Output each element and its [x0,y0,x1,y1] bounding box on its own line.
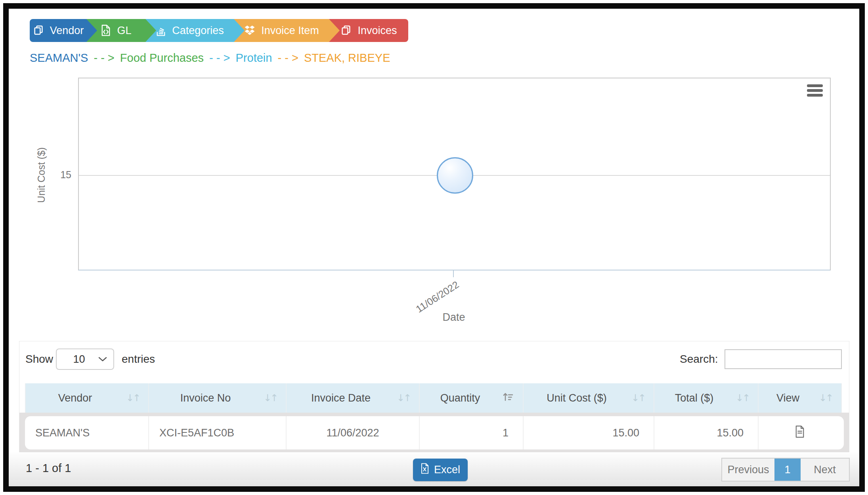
sort-asc-active-icon [502,392,523,404]
dropbox-icon [244,25,256,36]
y-tick-label: 15 [51,169,71,181]
cell-vendor: SEAMAN'S [25,416,149,449]
entries-select[interactable]: 10 [56,348,114,370]
excel-export-button[interactable]: Excel [413,459,468,481]
table-header-row: Vendor ↓↑ Invoice No ↓↑ Invoice Date ↓↑ … [25,383,842,413]
cell-invoice-no: XCI-E5AF1C0B [149,416,287,449]
column-header-invoice-no[interactable]: Invoice No ↓↑ [149,383,287,413]
column-title: Invoice Date [287,392,395,404]
data-point-bubble[interactable] [437,157,473,194]
pagination-info: 1 - 1 of 1 [26,462,71,475]
cell-view [759,416,841,449]
chevron-down-icon [98,356,107,362]
tab-arrow [234,19,245,42]
entries-select-value: 10 [57,353,98,366]
y-axis-title: Unit Cost ($) [36,147,47,203]
breadcrumb-gl[interactable]: Food Purchases [120,51,204,64]
tab-label: Categories [172,25,224,37]
table-footer: 1 - 1 of 1 Excel Previous 1 Next [9,452,859,486]
cell-invoice-date: 11/06/2022 [287,416,420,449]
tab-categories[interactable]: Categories [145,19,234,42]
bubble-chart [78,78,831,270]
sort-both-icon: ↓↑ [264,392,286,404]
tab-arrow [86,19,97,42]
clone-icon [33,25,44,36]
breadcrumb: SEAMAN'S - - > Food Purchases - - > Prot… [30,51,393,65]
pagination-page-1-button[interactable]: 1 [774,459,801,481]
breadcrumb-vendor[interactable]: SEAMAN'S [30,51,88,64]
sort-both-icon: ↓↑ [397,392,419,404]
tab-label: Invoices [358,25,397,37]
tab-invoices[interactable]: Invoices [329,19,408,42]
sort-both-icon: ↓↑ [819,392,841,404]
breadcrumb-separator: - - > [209,51,230,64]
tab-invoice-item[interactable]: Invoice Item [234,19,329,42]
breadcrumb-separator: - - > [94,51,114,64]
chart-menu-hamburger-icon[interactable] [807,82,823,99]
cell-unit-cost: 15.00 [524,416,654,449]
breadcrumb-separator: - - > [277,51,298,64]
show-label: Show [25,353,53,366]
column-header-unit-cost[interactable]: Unit Cost ($) ↓↑ [524,383,654,413]
file-excel-icon [421,463,429,477]
column-title: Total ($) [654,392,734,404]
cell-total: 15.00 [654,416,759,449]
table-row: SEAMAN'S XCI-E5AF1C0B 11/06/2022 1 15.00… [25,416,844,449]
x-tick-mark [453,270,454,277]
column-header-quantity[interactable]: Quantity [420,383,524,413]
breadcrumb-category[interactable]: Protein [236,51,272,64]
column-header-total[interactable]: Total ($) ↓↑ [654,383,759,413]
tab-arrow [145,19,156,42]
column-title: Invoice No [149,392,262,404]
sort-both-icon: ↓↑ [631,392,654,404]
entries-label: entries [122,353,155,366]
column-header-invoice-date[interactable]: Invoice Date ↓↑ [287,383,420,413]
tab-vendor[interactable]: Vendor [30,19,86,42]
search-label: Search: [680,353,718,366]
column-title: Vendor [26,392,124,404]
tab-label: Vendor [50,25,84,37]
breadcrumb-item[interactable]: STEAK, RIBEYE [304,51,390,64]
datatable-card: Show 10 entries Search: Vendor ↓↑ Invoic… [19,341,849,452]
excel-button-label: Excel [434,464,460,476]
pagination-previous-button[interactable]: Previous [722,459,774,481]
search-input[interactable] [725,349,842,369]
column-title: Unit Cost ($) [524,392,630,404]
sort-both-icon: ↓↑ [736,392,758,404]
stack-icon [155,25,166,36]
column-title: View [759,392,817,404]
column-header-view[interactable]: View ↓↑ [759,383,842,413]
tab-label: GL [117,25,131,37]
cell-quantity: 1 [420,416,524,449]
x-axis-title: Date [414,311,493,324]
file-document-icon[interactable] [795,425,805,441]
file-code-icon [100,25,111,36]
step-tab-bar: Vendor GL Categories [30,19,408,42]
tab-label: Invoice Item [261,25,319,37]
tab-arrow [329,19,340,42]
pagination-next-button[interactable]: Next [801,459,849,481]
column-title: Quantity [420,392,501,404]
sort-both-icon: ↓↑ [126,392,148,404]
column-header-vendor[interactable]: Vendor ↓↑ [25,383,149,413]
pagination: Previous 1 Next [721,458,850,482]
clone-icon [340,25,352,36]
